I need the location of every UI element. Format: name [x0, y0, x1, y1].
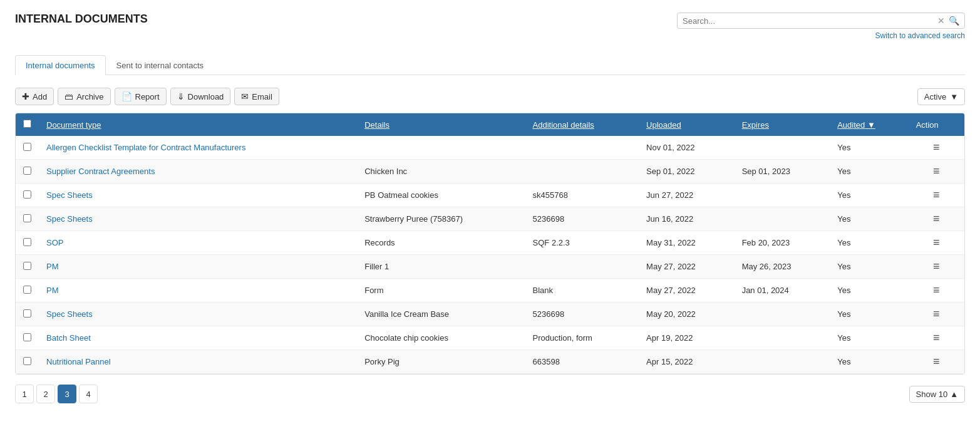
additional-details-cell [525, 136, 639, 160]
row-checkbox[interactable] [23, 357, 31, 365]
clear-icon[interactable]: ✕ [937, 16, 945, 26]
expires-cell: Sep 01, 2023 [735, 160, 830, 184]
action-cell[interactable]: ≡ [909, 255, 964, 279]
audited-cell: Yes [830, 160, 909, 184]
doc-type-link[interactable]: Nutritional Pannel [46, 357, 111, 366]
row-checkbox-cell[interactable] [16, 207, 39, 231]
search-area: ✕ 🔍 Switch to advanced search [677, 13, 965, 40]
doc-type-cell: PM [39, 279, 357, 302]
page-title: INTERNAL DOCUMENTS [15, 13, 148, 26]
action-menu-icon[interactable]: ≡ [916, 165, 957, 178]
col-uploaded[interactable]: Uploaded [639, 113, 735, 136]
search-input[interactable] [683, 16, 937, 26]
row-checkbox[interactable] [23, 190, 31, 199]
page-1-button[interactable]: 1 [15, 385, 34, 403]
action-menu-icon[interactable]: ≡ [916, 260, 957, 273]
audited-cell: Yes [830, 279, 909, 302]
add-button[interactable]: ✚ Add [15, 88, 54, 105]
action-menu-icon[interactable]: ≡ [916, 236, 957, 249]
row-checkbox[interactable] [23, 262, 31, 270]
row-checkbox[interactable] [23, 167, 31, 175]
show-count-dropdown[interactable]: Show 10 ▲ [909, 386, 965, 403]
row-checkbox-cell[interactable] [16, 136, 39, 160]
action-menu-icon[interactable]: ≡ [916, 189, 957, 202]
advanced-search-link[interactable]: Switch to advanced search [875, 31, 965, 40]
row-checkbox-cell[interactable] [16, 326, 39, 350]
email-button[interactable]: ✉ Email [234, 88, 279, 105]
table-row: Supplier Contract Agreements Chicken Inc… [16, 160, 964, 184]
doc-type-link[interactable]: Allergen Checklist Template for Contract… [46, 143, 245, 152]
audited-cell: Yes [830, 184, 909, 207]
uploaded-cell: Apr 19, 2022 [639, 326, 735, 350]
uploaded-cell: Nov 01, 2022 [639, 136, 735, 160]
table-row: PM Form Blank May 27, 2022 Jan 01, 2024 … [16, 279, 964, 302]
action-cell[interactable]: ≡ [909, 302, 964, 326]
pagination: 1 2 3 4 Show 10 ▲ [15, 385, 965, 403]
action-menu-icon[interactable]: ≡ [916, 284, 957, 297]
search-icon[interactable]: 🔍 [949, 16, 959, 26]
col-document-type[interactable]: Document type [39, 113, 357, 136]
row-checkbox[interactable] [23, 143, 31, 151]
action-cell[interactable]: ≡ [909, 231, 964, 255]
row-checkbox[interactable] [23, 286, 31, 294]
action-cell[interactable]: ≡ [909, 160, 964, 184]
download-icon: ⇓ [177, 91, 185, 101]
col-additional-details[interactable]: Additional details [525, 113, 639, 136]
row-checkbox-cell[interactable] [16, 279, 39, 302]
col-expires[interactable]: Expires [735, 113, 830, 136]
action-cell[interactable]: ≡ [909, 184, 964, 207]
select-all-checkbox[interactable] [23, 120, 31, 128]
uploaded-cell: Sep 01, 2022 [639, 160, 735, 184]
tab-sent-to-internal-contacts[interactable]: Sent to internal contacts [106, 55, 214, 75]
row-checkbox-cell[interactable] [16, 350, 39, 374]
row-checkbox[interactable] [23, 214, 31, 222]
action-cell[interactable]: ≡ [909, 279, 964, 302]
doc-type-cell: Supplier Contract Agreements [39, 160, 357, 184]
status-dropdown[interactable]: Active ▼ [917, 88, 965, 105]
page-4-button[interactable]: 4 [79, 385, 98, 403]
doc-type-link[interactable]: Spec Sheets [46, 214, 93, 224]
doc-type-link[interactable]: SOP [46, 238, 63, 247]
select-all-header[interactable] [16, 113, 39, 136]
action-menu-icon[interactable]: ≡ [916, 355, 957, 368]
row-checkbox[interactable] [23, 309, 31, 318]
page-3-button[interactable]: 3 [58, 385, 76, 403]
action-menu-icon[interactable]: ≡ [916, 212, 957, 225]
doc-type-link[interactable]: PM [46, 262, 59, 271]
expires-cell: Jan 01, 2024 [735, 279, 830, 302]
doc-type-link[interactable]: Supplier Contract Agreements [46, 167, 155, 176]
expires-cell [735, 136, 830, 160]
archive-button[interactable]: 🗃 Archive [58, 88, 110, 105]
page-2-button[interactable]: 2 [36, 385, 55, 403]
row-checkbox[interactable] [23, 333, 31, 341]
action-cell[interactable]: ≡ [909, 207, 964, 231]
report-button[interactable]: 📄 Report [115, 88, 167, 105]
row-checkbox-cell[interactable] [16, 255, 39, 279]
row-checkbox-cell[interactable] [16, 160, 39, 184]
action-cell[interactable]: ≡ [909, 326, 964, 350]
row-checkbox-cell[interactable] [16, 184, 39, 207]
table-row: PM Filler 1 May 27, 2022 May 26, 2023 Ye… [16, 255, 964, 279]
col-audited[interactable]: Audited ▼ [830, 113, 909, 136]
row-checkbox-cell[interactable] [16, 302, 39, 326]
row-checkbox[interactable] [23, 238, 31, 246]
action-cell[interactable]: ≡ [909, 136, 964, 160]
toolbar-left: ✚ Add 🗃 Archive 📄 Report ⇓ Download ✉ Em… [15, 88, 279, 105]
action-cell[interactable]: ≡ [909, 350, 964, 374]
doc-type-link[interactable]: Spec Sheets [46, 190, 93, 200]
tab-internal-documents[interactable]: Internal documents [15, 55, 106, 75]
details-cell: Records [357, 231, 525, 255]
download-button[interactable]: ⇓ Download [170, 88, 231, 105]
doc-type-link[interactable]: Spec Sheets [46, 309, 93, 319]
search-box: ✕ 🔍 [677, 13, 965, 29]
action-menu-icon[interactable]: ≡ [916, 331, 957, 344]
audited-cell: Yes [830, 350, 909, 374]
details-cell: Form [357, 279, 525, 302]
action-menu-icon[interactable]: ≡ [916, 308, 957, 321]
col-details[interactable]: Details [357, 113, 525, 136]
doc-type-link[interactable]: Batch Sheet [46, 333, 91, 343]
doc-type-link[interactable]: PM [46, 286, 59, 295]
action-menu-icon[interactable]: ≡ [916, 141, 957, 154]
row-checkbox-cell[interactable] [16, 231, 39, 255]
add-icon: ✚ [22, 91, 29, 101]
